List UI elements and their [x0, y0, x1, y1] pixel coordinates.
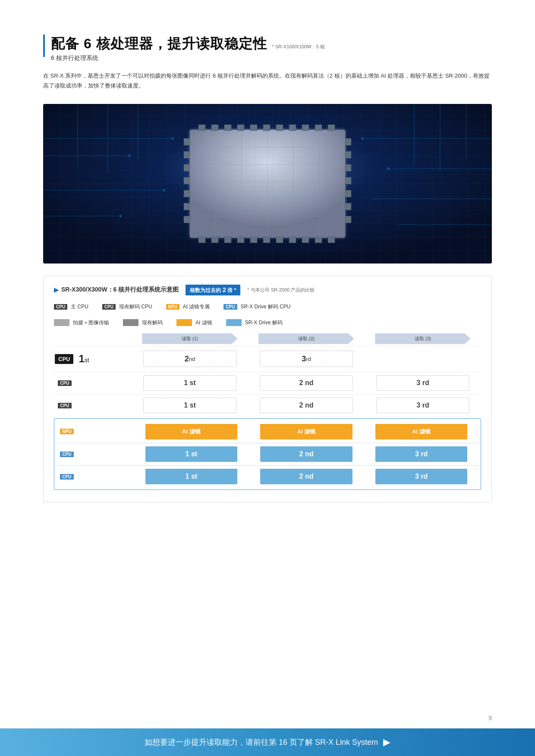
col-header-3: 读取 (3): [365, 333, 481, 344]
decode-cpu2-row: CPU 1 st 2 nd 3 rd: [54, 394, 481, 417]
drive-cpu2-cell-3: 3 rd: [375, 469, 467, 484]
svg-point-15: [171, 137, 174, 140]
main-title-line: 配备 6 核处理器，提升读取稳定性 * SR-X100/X100W：5 核: [51, 35, 325, 53]
main-cpu-col2: 2nd: [132, 351, 248, 367]
legend-label-npu: AI 滤镜专属: [183, 303, 210, 311]
svg-rect-21: [190, 130, 345, 238]
badge-number: 2: [223, 286, 226, 293]
decode-cpu1-col2: 2 nd: [248, 375, 365, 391]
npu-badge: NPU: [166, 304, 179, 310]
svg-rect-46: [237, 237, 244, 243]
svg-rect-36: [250, 125, 257, 131]
svg-rect-49: [276, 237, 283, 243]
diagram-title: ▶ SR-X300/X300W：6 核并行处理系统示意图: [54, 286, 179, 294]
section-header: 配备 6 核处理器，提升读取稳定性 * SR-X100/X100W：5 核 6 …: [43, 35, 492, 62]
legend-item-drive: SR-X Drive 解码: [226, 319, 283, 326]
svg-point-17: [163, 189, 165, 191]
col-header-2: 读取 (2): [248, 333, 365, 344]
npu-badge-icon: NPU: [60, 429, 73, 434]
svg-rect-52: [315, 237, 322, 243]
drive-cpu1-cell-3: 3 rd: [375, 446, 467, 462]
svg-rect-66: [345, 203, 351, 210]
svg-point-19: [361, 137, 364, 140]
col-header-label-1: 读取 (1): [182, 336, 198, 341]
svg-rect-62: [345, 151, 351, 158]
drive-cpu1-col2: 2 nd: [249, 446, 364, 462]
col-header-1: 读取 (1): [132, 333, 248, 344]
legend-label-drive: SR-X Drive 解码: [245, 319, 283, 326]
main-label-area: CPU 1st: [54, 353, 132, 365]
highlight-badge: 核数为过去的 2 倍 *: [186, 285, 240, 295]
blue-bar: [43, 35, 45, 57]
legend-item-main-cpu: CPU 主 CPU: [54, 303, 88, 311]
col-header-arrow-3: 读取 (3): [375, 333, 470, 344]
bottom-banner: 如想要进一步提升读取能力，请前往第 16 页了解 SR-X Link Syste…: [0, 728, 535, 756]
legend-item-npu: NPU AI 滤镜专属: [166, 303, 210, 311]
decode-cpu1-cell-3: 3 rd: [376, 375, 469, 391]
svg-rect-61: [345, 138, 351, 145]
decode-cpu1-badge-cell: CPU: [54, 380, 76, 386]
blue-outlined-section: NPU AI 滤镜 AI 滤镜 AI 滤镜: [54, 418, 481, 490]
page-main-title: 配备 6 核处理器，提升读取稳定性: [51, 35, 267, 53]
svg-point-18: [120, 215, 122, 217]
col-header-label-2: 读取 (2): [298, 336, 315, 341]
drive-cpu1-cell-2: 2 nd: [260, 446, 352, 462]
svg-rect-53: [328, 237, 335, 243]
decode-cpu2-badge-cell: CPU: [54, 403, 76, 408]
main-cpu-order-1: 1st: [79, 353, 89, 365]
svg-rect-57: [184, 177, 190, 184]
svg-rect-37: [263, 125, 270, 131]
cpu-badge-decode: CPU: [102, 304, 116, 310]
npu-row: NPU AI 滤镜 AI 滤镜 AI 滤镜: [56, 420, 479, 443]
decode-cpu1-cell-1: 1 st: [143, 375, 236, 391]
drive-cpu2-col2: 2 nd: [249, 469, 364, 484]
drive-cpu1-col1: 1 st: [134, 446, 249, 462]
drive-cpu1-badge-cell: CPU: [56, 452, 78, 457]
diagram-section: ▶ SR-X300/X300W：6 核并行处理系统示意图 核数为过去的 2 倍 …: [43, 276, 492, 502]
svg-rect-43: [198, 237, 205, 243]
cpu-badge-drive: CPU: [223, 304, 237, 310]
main-cpu-row: CPU 1st 2nd 3rd: [54, 346, 481, 372]
svg-rect-33: [211, 125, 218, 131]
diagram-title-row: ▶ SR-X300/X300W：6 核并行处理系统示意图 核数为过去的 2 倍 …: [54, 285, 481, 295]
legend-item-ai: AI 滤镜: [176, 319, 212, 326]
drive-cpu1-col3: 3 rd: [364, 446, 479, 462]
decode-cpu1-badge: CPU: [58, 380, 71, 386]
svg-rect-32: [198, 125, 205, 131]
drive-cpu1-badge: CPU: [60, 452, 73, 457]
main-cpu-badge: CPU: [55, 354, 73, 364]
decode-cpu2-badge: CPU: [58, 403, 71, 408]
color-box-drive: [226, 319, 242, 326]
decode-cpu1-cell-2: 2 nd: [260, 375, 353, 391]
diagram-title-text: SR-X300/X300W：6 核并行处理系统示意图: [61, 286, 179, 294]
svg-rect-47: [250, 237, 257, 243]
color-box-ai: [176, 319, 192, 326]
svg-rect-58: [184, 190, 190, 197]
npu-cell-3: AI 滤镜: [375, 424, 467, 439]
legend-label-capture: 拍摄＋图像传输: [73, 319, 109, 326]
svg-rect-64: [345, 177, 351, 184]
svg-rect-0: [43, 104, 492, 264]
badge-suffix: 倍 *: [226, 287, 236, 293]
page-wrapper: 配备 6 核处理器，提升读取稳定性 * SR-X100/X100W：5 核 6 …: [0, 0, 535, 756]
col-header-label-3: 读取 (3): [415, 336, 431, 341]
svg-rect-55: [184, 151, 190, 158]
legend-item-drive-cpu: CPU SR-X Drive 解码 CPU: [223, 303, 290, 311]
npu-badge-cell: NPU: [56, 429, 78, 434]
svg-rect-60: [184, 216, 190, 223]
badge-prefix: 核数为过去的: [190, 287, 222, 293]
legend-label-decode-cpu: 现有解码 CPU: [119, 303, 152, 311]
svg-rect-39: [289, 125, 296, 131]
legend-label-existing: 现有解码: [142, 319, 163, 326]
drive-cpu2-cell-2: 2 nd: [260, 469, 352, 484]
svg-rect-48: [263, 237, 270, 243]
svg-rect-42: [328, 125, 335, 131]
svg-rect-45: [224, 237, 231, 243]
legend-row-2: 拍摄＋图像传输 现有解码 AI 滤镜 SR-X Drive 解码: [54, 319, 481, 326]
decode-cpu2-cell-1: 1 st: [143, 398, 236, 413]
description-text: 在 SR-X 系列中，基恩士开发了一个可以对拍摄的每张图像同时进行 6 核并行处…: [43, 71, 492, 91]
hero-image: [43, 104, 492, 264]
main-cpu-col3: 3rd: [248, 351, 365, 367]
svg-rect-67: [345, 216, 351, 223]
color-box-capture: [54, 319, 69, 326]
